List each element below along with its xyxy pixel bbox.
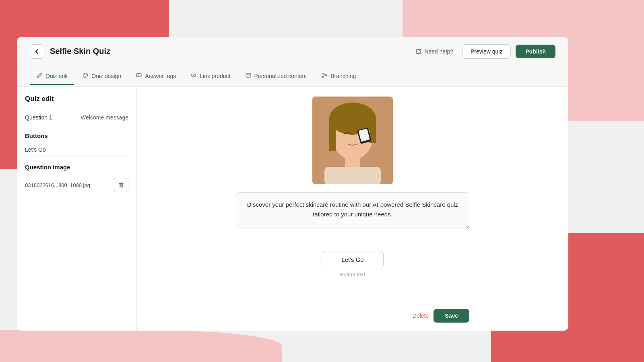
content-area: Quiz edit Question 1 Welcome message But… (17, 87, 568, 331)
svg-rect-6 (246, 73, 251, 77)
tab-quiz-edit-label: Quiz edit (45, 73, 68, 79)
external-link-icon (416, 48, 422, 54)
svg-rect-4 (136, 74, 141, 77)
image-row: 0318022616...800_1000.jpg (25, 175, 128, 195)
svg-rect-22 (324, 167, 381, 184)
svg-point-3 (85, 76, 86, 76)
portrait-svg (312, 97, 393, 184)
svg-point-11 (322, 76, 324, 77)
image-filename: 0318022616...800_1000.jpg (25, 182, 90, 188)
question-row[interactable]: Question 1 Welcome message (25, 110, 128, 125)
pencil-icon (36, 72, 43, 80)
lets-go-button[interactable]: Let's Go (322, 251, 383, 268)
svg-point-1 (84, 74, 85, 75)
app-title: Selfie Skin Quiz (50, 47, 412, 56)
svg-point-16 (329, 103, 376, 135)
svg-point-10 (326, 74, 327, 76)
content-icon (245, 72, 252, 80)
publish-button[interactable]: Publish (516, 45, 555, 58)
button-text-label: Button text (340, 272, 365, 278)
delete-button[interactable]: Delete (413, 313, 429, 319)
tab-quiz-edit[interactable]: Quiz edit (30, 68, 74, 85)
left-panel: Quiz edit Question 1 Welcome message But… (17, 87, 137, 331)
main-window: Selfie Skin Quiz Need help? Preview quiz… (17, 37, 568, 331)
button-item-lets-go[interactable]: Let's Go (25, 143, 128, 156)
delete-image-button[interactable] (114, 178, 128, 192)
preview-quiz-button[interactable]: Preview quiz (462, 44, 511, 59)
palette-icon (82, 72, 89, 80)
svg-point-2 (86, 74, 87, 75)
svg-point-0 (83, 73, 88, 77)
tab-quiz-design[interactable]: Quiz design (76, 68, 128, 85)
need-help-button[interactable]: Need help? (412, 46, 457, 57)
preview-image (312, 97, 393, 184)
tab-link-product-label: Link product (200, 73, 230, 79)
description-textarea[interactable]: Discover your perfect skincare routine w… (236, 192, 469, 228)
panel-title: Quiz edit (25, 95, 128, 103)
tab-branching[interactable]: Branching (315, 68, 362, 85)
action-row: Delete Save (236, 301, 469, 323)
back-button[interactable] (30, 44, 44, 59)
tab-personalized-content-label: Personalized content (254, 73, 307, 79)
trash-icon (118, 182, 124, 188)
tab-link-product[interactable]: Link product (184, 68, 237, 85)
right-panel: Discover your perfect skincare routine w… (137, 87, 568, 331)
tab-answer-tags[interactable]: Answer tags (129, 68, 182, 85)
image-section-title: Question image (25, 164, 128, 171)
welcome-label: Welcome message (80, 114, 128, 121)
tab-answer-tags-label: Answer tags (145, 73, 176, 79)
header: Selfie Skin Quiz Need help? Preview quiz… (17, 37, 568, 66)
tag-icon (136, 72, 142, 80)
branching-icon (321, 72, 328, 80)
question-label: Question 1 (25, 114, 52, 121)
tab-branching-label: Branching (330, 73, 356, 79)
need-help-label: Need help? (424, 48, 453, 55)
nav-tabs: Quiz edit Quiz design Answer tags Link p… (17, 66, 568, 87)
save-button[interactable]: Save (433, 309, 469, 323)
svg-point-9 (322, 73, 324, 74)
bg-decoration-bottom-left (0, 330, 282, 362)
tab-quiz-design-label: Quiz design (91, 73, 121, 79)
header-actions: Need help? Preview quiz Publish (412, 44, 555, 59)
link-icon (190, 72, 197, 80)
tab-personalized-content[interactable]: Personalized content (239, 68, 314, 85)
buttons-section-title: Buttons (25, 132, 128, 139)
svg-rect-17 (329, 119, 336, 151)
